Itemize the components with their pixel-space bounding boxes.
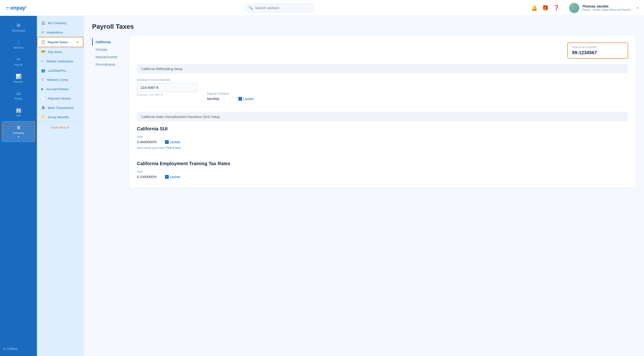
workers-comp-icon: 🛡	[41, 78, 45, 82]
sui-rate-value: 3.4000000%	[137, 140, 160, 144]
payroll-icon: ✂	[16, 56, 20, 62]
sui-find-link[interactable]: Find it here.	[166, 146, 182, 150]
sui-find-text: Don't know your rate?	[137, 146, 165, 150]
divider-2	[137, 155, 628, 155]
reports-icon: 📊	[16, 74, 22, 79]
submenu-item-worker-deductions[interactable]: ✂ Worker Deductions	[37, 56, 84, 66]
avatar	[569, 3, 579, 13]
sidebar-item-company[interactable]: 🖥 Company ◄	[2, 121, 35, 142]
submenu-label-worker-deductions: Worker Deductions	[46, 60, 73, 63]
bell-icon[interactable]: 🔔	[531, 5, 538, 11]
submenu-label-accrual-policies: Accrual Policies	[46, 87, 68, 91]
sui-update-checkbox-icon: ✓	[165, 140, 169, 144]
sidebar-item-hr[interactable]: 🏢 HR	[2, 104, 35, 120]
sidebar-label-workers: Workers	[14, 46, 24, 49]
employer-account-label: Employer Account Number	[137, 78, 198, 82]
state-nav-pennsylvania[interactable]: Pennsylvania	[92, 61, 130, 68]
hr-icon: 🏢	[16, 108, 22, 113]
content-layout: California Georgia Massachusetts Pennsyl…	[92, 36, 636, 188]
submenu-item-integrations[interactable]: ⇄ Integrations	[37, 28, 84, 37]
topbar-profile[interactable]: Thomas Jacobs Owner · Green Valley Wine …	[564, 3, 638, 13]
sidebar-label-company: Company	[12, 132, 24, 134]
ett-update-link[interactable]: ✓ Update	[165, 175, 180, 179]
sui-find-rate-text: Don't know your rate? Find it here.	[137, 146, 628, 150]
ett-rate-value: 0.1000000%	[137, 175, 160, 179]
gift-icon[interactable]: 🎁	[542, 5, 548, 11]
withholding-update-checkbox-icon: ✓	[238, 97, 242, 101]
profile-subtitle: Owner · Green Valley Wine and Sundri...	[582, 8, 632, 12]
profile-info: Thomas Jacobs Owner · Green Valley Wine …	[582, 4, 632, 12]
state-nav-massachusetts[interactable]: Massachusetts	[92, 53, 130, 61]
submenu-arrow-payroll-taxes: ◄	[76, 40, 79, 44]
unpin-label: Unpin Menu ✕	[51, 126, 70, 129]
ett-rate-row: 0.1000000% ✓ Update	[137, 175, 628, 179]
submenu-label-payroll-taxes: Payroll Taxes	[48, 40, 68, 44]
search-bar[interactable]: 🔍	[244, 4, 314, 12]
employer-account-input[interactable]	[137, 83, 198, 92]
submenu-item-payment-history[interactable]: 📄 Payment History	[37, 94, 84, 103]
bank-transactions-icon: 🏦	[41, 106, 46, 110]
sidebar: ⊞ Dashboard 👤 Workers ✂ Payroll 📊 Report…	[0, 16, 37, 356]
collapse-icon: ◄	[3, 347, 6, 350]
deposit-schedule-label: Deposit Schedule	[207, 92, 229, 95]
unpin-menu-button[interactable]: Unpin Menu ✕	[37, 122, 84, 133]
page-title: Payroll Taxes	[92, 23, 636, 30]
state-nav: California Georgia Massachusetts Pennsyl…	[92, 36, 130, 188]
logo: ·:· onpay®	[6, 5, 27, 11]
submenu-item-accrual-policies[interactable]: ▶ Accrual Policies	[37, 84, 84, 94]
sidebar-item-payroll[interactable]: ✂ Payroll	[2, 53, 35, 70]
sidebar-item-filings[interactable]: 🗂 Filings	[2, 87, 35, 103]
sidebar-collapse[interactable]: ◄ Collapse	[0, 344, 37, 353]
employer-account-hint: Example: 123-4567-8	[137, 93, 198, 96]
payment-history-icon: 📄	[41, 96, 46, 100]
deposit-schedule-value: Monthly	[207, 97, 229, 101]
submenu-label-bank-transactions: Bank Transactions	[48, 106, 74, 110]
sidebar-label-hr: HR	[16, 114, 20, 117]
profile-name: Thomas Jacobs	[582, 4, 632, 8]
submenu-label-my-company: My Company	[48, 21, 66, 25]
state-nav-georgia[interactable]: Georgia	[92, 46, 130, 53]
sidebar-item-reports[interactable]: 📊 Reports	[2, 70, 35, 86]
integrations-icon: ⇄	[41, 30, 44, 34]
fein-box: Federal Tax Id (FEIN) 99-1234567	[567, 42, 628, 59]
search-icon: 🔍	[249, 6, 253, 10]
sui-update-label: Update	[170, 140, 180, 144]
state-nav-california[interactable]: California	[92, 38, 130, 46]
submenu-item-bank-transactions[interactable]: 🏦 Bank Transactions	[37, 103, 84, 112]
withholding-update-link[interactable]: ✓ Update	[238, 97, 254, 101]
dashboard-icon: ⊞	[16, 22, 20, 28]
sidebar-item-dashboard[interactable]: ⊞ Dashboard	[2, 19, 35, 35]
avatar-image	[569, 3, 579, 13]
sui-update-link[interactable]: ✓ Update	[165, 140, 180, 144]
sidebar-label-payroll: Payroll	[14, 63, 22, 66]
sui-header: California State Unemployment Insurance …	[137, 112, 628, 122]
sidebar-label-reports: Reports	[14, 80, 23, 83]
submenu-item-workers-comp[interactable]: 🛡 Workers Comp	[37, 75, 84, 84]
logo-text: onpay®	[10, 5, 27, 11]
submenu-item-pay-items[interactable]: 💳 Pay Items	[37, 47, 84, 56]
submenu-label-loc-dep-pos: Loc/Dep/Pos	[48, 69, 66, 72]
submenu-item-payroll-taxes[interactable]: 📋 Payroll Taxes ◄	[37, 37, 84, 47]
submenu-item-loc-dep-pos[interactable]: 👥 Loc/Dep/Pos	[37, 66, 84, 75]
submenu-label-pay-items: Pay Items	[48, 50, 62, 54]
fein-label: Federal Tax Id (FEIN)	[572, 46, 624, 48]
accrual-policies-icon: ▶	[41, 87, 44, 91]
ett-update-label: Update	[170, 175, 180, 179]
chevron-down-icon: ▾	[637, 6, 638, 10]
submenu-label-group-benefits: Group Benefits	[48, 116, 69, 119]
search-input[interactable]	[255, 6, 310, 10]
loc-dep-pos-icon: 👥	[41, 68, 46, 73]
main-content: Payroll Taxes California Georgia Massach…	[84, 16, 644, 356]
ett-update-checkbox-icon: ✓	[165, 175, 169, 179]
topbar-icons: 🔔 🎁 ❓	[531, 5, 560, 11]
sidebar-label-dashboard: Dashboard	[12, 29, 25, 32]
submenu-item-group-benefits[interactable]: 📁 Group Benefits	[37, 112, 84, 122]
help-icon[interactable]: ❓	[553, 5, 560, 11]
fein-value: 99-1234567	[572, 50, 624, 55]
worker-deductions-icon: ✂	[41, 59, 44, 63]
submenu-item-my-company[interactable]: 🏢 My Company	[37, 18, 84, 28]
sidebar-arrow-company: ◄	[17, 136, 20, 138]
withholding-update-label: Update	[243, 97, 254, 101]
submenu-label-integrations: Integrations	[46, 30, 63, 34]
sidebar-item-workers[interactable]: 👤 Workers	[2, 36, 35, 52]
